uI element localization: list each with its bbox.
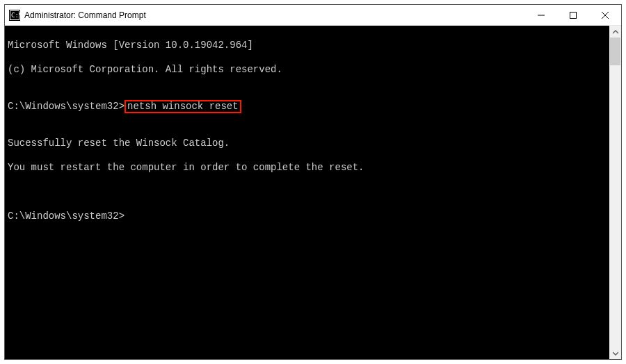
terminal-line: You must restart the computer in order t… — [8, 162, 607, 174]
scroll-thumb[interactable] — [610, 38, 620, 65]
svg-rect-5 — [570, 12, 577, 18]
vertical-scrollbar[interactable] — [609, 26, 621, 359]
terminal-line: C:\Windows\system32>netsh winsock reset — [8, 100, 607, 113]
scroll-down-arrow-icon[interactable] — [609, 347, 621, 359]
cmd-icon: C:\ — [9, 10, 20, 21]
scroll-up-arrow-icon[interactable] — [609, 26, 621, 38]
terminal-line: (c) Microsoft Corporation. All rights re… — [8, 64, 607, 76]
terminal-line: C:\Windows\system32> — [8, 210, 607, 223]
content-area: Microsoft Windows [Version 10.0.19042.96… — [5, 26, 621, 359]
close-button[interactable] — [589, 5, 621, 25]
svg-text:C:\: C:\ — [11, 12, 20, 19]
window-controls — [525, 5, 621, 25]
command-prompt-window: C:\ Administrator: Command Prompt Micros… — [4, 4, 622, 360]
maximize-button[interactable] — [557, 5, 589, 25]
titlebar[interactable]: C:\ Administrator: Command Prompt — [5, 5, 621, 26]
terminal-line: Microsoft Windows [Version 10.0.19042.96… — [8, 40, 607, 52]
terminal-output[interactable]: Microsoft Windows [Version 10.0.19042.96… — [5, 26, 609, 359]
terminal-line: Sucessfully reset the Winsock Catalog. — [8, 138, 607, 150]
highlighted-command: netsh winsock reset — [125, 100, 241, 113]
minimize-button[interactable] — [525, 5, 557, 25]
window-title: Administrator: Command Prompt — [24, 10, 525, 20]
prompt-text: C:\Windows\system32> — [8, 101, 125, 112]
